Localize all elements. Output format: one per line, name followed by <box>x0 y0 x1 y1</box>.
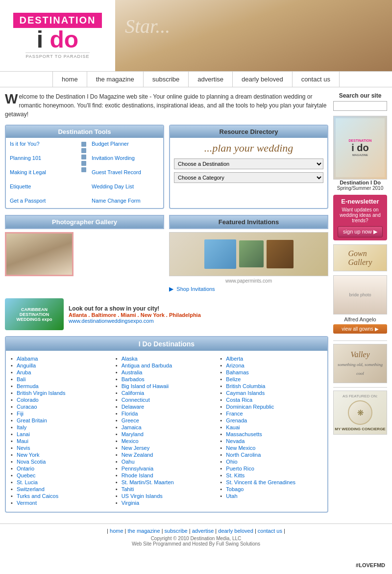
footer-home[interactable]: home <box>110 528 123 534</box>
footer-magazine[interactable]: the magazine <box>128 528 160 534</box>
tool-link-8[interactable]: Guest Travel Record <box>92 169 159 175</box>
destination-item[interactable]: Turks and Caicos <box>11 493 113 499</box>
destination-item[interactable]: Fiji <box>11 411 113 417</box>
destination-item[interactable]: Arizona <box>220 363 322 368</box>
destination-item[interactable]: St. Lucia <box>11 479 113 485</box>
destination-item[interactable]: Belize <box>220 376 322 382</box>
destination-item[interactable]: Ontario <box>11 466 113 471</box>
category-select[interactable]: Choose a Category <box>174 172 323 183</box>
tool-link-10[interactable]: Name Change Form <box>92 198 159 204</box>
destination-item[interactable]: Big Island of Hawaii <box>116 383 218 389</box>
destination-item[interactable]: Puerto Rico <box>220 466 322 471</box>
invitation-image[interactable] <box>169 232 328 276</box>
tool-link-3[interactable]: Making it Legal <box>10 169 77 175</box>
destination-item[interactable]: Bermuda <box>11 383 113 389</box>
destination-item[interactable]: Maryland <box>116 431 218 437</box>
destination-item[interactable]: Anguilla <box>11 363 113 368</box>
destination-item[interactable]: New Zealand <box>116 452 218 458</box>
destination-item[interactable]: Colorado <box>11 397 113 403</box>
destination-item[interactable]: Ohio <box>220 459 322 465</box>
destination-item[interactable]: Virginia <box>116 500 218 506</box>
destination-item[interactable]: Nevada <box>220 438 322 444</box>
destination-item[interactable]: Jamaica <box>116 424 218 430</box>
destination-item[interactable]: Massachusetts <box>220 431 322 437</box>
destination-item[interactable]: Florida <box>116 411 218 417</box>
mag-cover-image[interactable]: DESTINATION i do MAGAZINE <box>333 116 387 180</box>
destination-item[interactable]: Costa Rica <box>220 397 322 403</box>
destination-item[interactable]: New Mexico <box>220 445 322 451</box>
destination-item[interactable]: Alberta <box>220 356 322 362</box>
tool-link-6[interactable]: Budget Planner <box>92 141 159 147</box>
nav-advertise[interactable]: advertise <box>189 72 233 87</box>
nav-magazine[interactable]: the magazine <box>87 72 144 87</box>
destination-item[interactable]: Dominican Republic <box>220 404 322 410</box>
destination-item[interactable]: St. Kitts <box>220 472 322 478</box>
wedding-concierge[interactable]: AS FEATURED ON: ❋ MY WEDDING CONCIERGE <box>333 391 387 435</box>
destination-item[interactable]: Alabama <box>11 356 113 362</box>
destination-item[interactable]: Maui <box>11 438 113 444</box>
destination-item[interactable]: Bali <box>11 376 113 382</box>
destination-item[interactable]: British Virgin Islands <box>11 390 113 396</box>
nav-dearly-beloved[interactable]: dearly beloved <box>233 72 293 87</box>
destination-item[interactable]: North Carolina <box>220 452 322 458</box>
destination-item[interactable]: Switzerland <box>11 486 113 492</box>
destination-item[interactable]: New York <box>11 452 113 458</box>
destination-item[interactable]: Australia <box>116 369 218 375</box>
tool-link-4[interactable]: Etiquette <box>10 183 77 189</box>
destination-select[interactable]: Choose a Destination <box>174 158 323 169</box>
alfred-image[interactable]: bride photo <box>333 275 387 314</box>
destination-item[interactable]: Italy <box>11 424 113 430</box>
destination-item[interactable]: Alaska <box>116 356 218 362</box>
nav-contact-us[interactable]: contact us <box>293 72 340 87</box>
destination-item[interactable]: Tahiti <box>116 486 218 492</box>
destination-item[interactable]: New Jersey <box>116 445 218 451</box>
destination-item[interactable]: Mexico <box>116 438 218 444</box>
destination-item[interactable]: Bahamas <box>220 369 322 375</box>
nav-subscribe[interactable]: subscribe <box>144 72 189 87</box>
destination-item[interactable]: Lanai <box>11 431 113 437</box>
destination-item[interactable]: Great Britain <box>11 417 113 423</box>
destination-item[interactable]: Delaware <box>116 404 218 410</box>
valley-ad[interactable]: Valleysomething old, something cool <box>333 344 387 383</box>
tool-link-1[interactable]: Is it for You? <box>10 141 77 147</box>
destination-item[interactable]: Connecticut <box>116 397 218 403</box>
gallery-photo[interactable] <box>5 232 74 276</box>
tool-link-2[interactable]: Planning 101 <box>10 155 77 161</box>
destination-item[interactable]: Curacao <box>11 404 113 410</box>
tool-link-5[interactable]: Get a Passport <box>10 198 77 204</box>
footer-subscribe[interactable]: subscribe <box>165 528 188 534</box>
view-gowns-button[interactable]: view all gowns ▶ <box>333 324 387 334</box>
destination-item[interactable]: Utah <box>220 493 322 499</box>
gown-gallery[interactable]: GownGallery <box>333 244 387 271</box>
footer-contact[interactable]: contact us <box>258 528 282 534</box>
destination-item[interactable]: Barbados <box>116 376 218 382</box>
destination-item[interactable]: Vermont <box>11 500 113 506</box>
destination-item[interactable]: Rhode Island <box>116 472 218 478</box>
destination-item[interactable]: Aruba <box>11 369 113 375</box>
shop-link[interactable]: Shop Invitations <box>176 286 215 292</box>
footer-advertise[interactable]: advertise <box>192 528 214 534</box>
footer-dearly-beloved[interactable]: dearly beloved <box>218 528 253 534</box>
tool-link-9[interactable]: Wedding Day List <box>92 183 159 189</box>
destination-item[interactable]: Nova Scotia <box>11 459 113 465</box>
nav-home[interactable]: home <box>52 72 87 87</box>
destination-item[interactable]: St. Martin/St. Maarten <box>116 479 218 485</box>
destination-item[interactable]: Greece <box>116 417 218 423</box>
destination-item[interactable]: British Columbia <box>220 383 322 389</box>
destination-item[interactable]: Kauai <box>220 424 322 430</box>
tool-link-7[interactable]: Invitation Wording <box>92 155 159 161</box>
destination-item[interactable]: Nevis <box>11 445 113 451</box>
signup-button[interactable]: sign up now ▶ <box>338 226 383 237</box>
destination-item[interactable]: US Virgin Islands <box>116 493 218 499</box>
destination-item[interactable]: Grenada <box>220 417 322 423</box>
destination-item[interactable]: St. Vincent & the Grenadines <box>220 479 322 485</box>
destination-item[interactable]: Antigua and Barbuda <box>116 363 218 368</box>
search-input[interactable] <box>333 101 387 111</box>
destination-item[interactable]: Oahu <box>116 459 218 465</box>
destination-item[interactable]: France <box>220 411 322 417</box>
destination-item[interactable]: Quebec <box>11 472 113 478</box>
destination-item[interactable]: Pennsylvania <box>116 466 218 471</box>
shop-invitations-link[interactable]: ▶ Shop Invitations <box>169 286 328 292</box>
destination-item[interactable]: California <box>116 390 218 396</box>
destination-item[interactable]: Cayman Islands <box>220 390 322 396</box>
